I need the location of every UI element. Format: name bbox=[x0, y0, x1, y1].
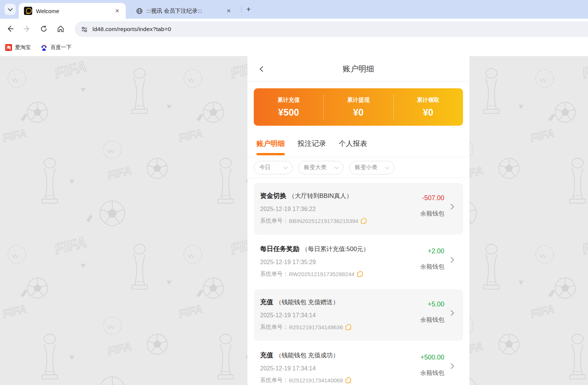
reload-button[interactable] bbox=[37, 22, 50, 35]
report-tabs: 账户明细 投注记录 个人报表 bbox=[247, 126, 469, 157]
transaction-subtitle: （钱能钱包 充值成功） bbox=[275, 351, 339, 360]
tab-title: Welcome bbox=[36, 8, 113, 14]
bookmark-label: 百度一下 bbox=[51, 44, 71, 51]
copy-icon[interactable] bbox=[361, 218, 366, 224]
home-button[interactable] bbox=[54, 22, 67, 35]
order-label: 系统单号： bbox=[260, 217, 288, 224]
transaction-row[interactable]: 充值 （钱能钱包 充值成功） 2025-12-19 17:34:14 系统单号：… bbox=[254, 342, 463, 385]
copy-icon[interactable] bbox=[345, 377, 351, 384]
transaction-type: 充值 bbox=[260, 351, 273, 360]
tab-account-detail[interactable]: 账户明细 bbox=[256, 139, 285, 149]
filter-label: 账变小类 bbox=[355, 164, 377, 171]
tab-divider bbox=[241, 6, 241, 12]
date-filter-dropdown[interactable]: 今日 bbox=[254, 161, 293, 174]
site-settings-icon[interactable] bbox=[81, 26, 88, 33]
chevron-left-icon bbox=[259, 66, 265, 72]
wallet-name: 余额钱包 bbox=[420, 316, 444, 324]
order-number: R2512191734148636 bbox=[289, 324, 343, 330]
wallet-name: 余额钱包 bbox=[420, 210, 444, 218]
transaction-type: 充值 bbox=[260, 297, 273, 306]
summary-total-deposit: 累计充值 ¥500 bbox=[254, 88, 323, 126]
bookmark-baidu[interactable]: 百度一下 bbox=[40, 44, 71, 51]
summary-label: 累计充值 bbox=[277, 97, 300, 104]
tab-bet-records[interactable]: 投注记录 bbox=[298, 139, 326, 149]
tab-personal-report[interactable]: 个人报表 bbox=[339, 139, 367, 149]
chevron-down-icon bbox=[334, 165, 338, 169]
browser-tab-welcome[interactable]: Welcome ✕ bbox=[19, 3, 126, 19]
summary-total-withdraw: 累计提现 ¥0 bbox=[323, 88, 393, 126]
new-tab-button[interactable]: + bbox=[244, 5, 253, 14]
taobao-icon: 淘 bbox=[5, 44, 12, 51]
page-viewport: FIFA FIFA FIFA 账户明细 累计充值 bbox=[0, 56, 588, 385]
back-button[interactable] bbox=[4, 22, 16, 35]
close-tab-icon[interactable]: ✕ bbox=[225, 7, 233, 15]
chevron-down-icon bbox=[283, 165, 287, 169]
browser-tab-records[interactable]: :::视讯 会员下注纪录::: ✕ bbox=[130, 3, 237, 19]
transaction-amount: +5.00 bbox=[428, 300, 444, 308]
filter-row: 今日 账变大类 账变小类 bbox=[247, 157, 469, 178]
transaction-subtitle: （大厅转到BBIN真人） bbox=[289, 192, 353, 200]
wallet-name: 余额钱包 bbox=[420, 263, 444, 271]
order-number: RW202512191735288244 bbox=[289, 271, 354, 277]
tab-title: :::视讯 会员下注纪录::: bbox=[146, 7, 225, 15]
transaction-amount: +2.00 bbox=[428, 247, 444, 255]
url-text: ld48.com/reports/index?tab=0 bbox=[92, 26, 171, 33]
transaction-row[interactable]: 每日任务奖励 （每日累计充值:500元） 2025-12-19 17:35:29… bbox=[254, 236, 463, 288]
summary-value: ¥0 bbox=[423, 107, 433, 118]
summary-total-claimed: 累计领取 ¥0 bbox=[393, 88, 463, 126]
order-label: 系统单号： bbox=[260, 271, 288, 278]
bookmark-taobao[interactable]: 淘 爱淘宝 bbox=[5, 44, 31, 51]
order-label: 系统单号： bbox=[260, 324, 288, 331]
page-header: 账户明细 bbox=[247, 56, 469, 82]
transaction-row[interactable]: 充值 （钱能钱包 充值赠送） 2025-12-19 17:34:14 系统单号：… bbox=[254, 289, 463, 341]
baidu-icon bbox=[40, 44, 48, 51]
site-favicon bbox=[24, 7, 32, 15]
summary-value: ¥500 bbox=[278, 107, 299, 118]
transaction-type: 每日任务奖励 bbox=[260, 244, 299, 253]
transaction-type: 资金切换 bbox=[260, 191, 286, 200]
summary-label: 累计领取 bbox=[417, 97, 439, 104]
bookmark-label: 爱淘宝 bbox=[15, 44, 31, 51]
transaction-list: 资金切换 （大厅转到BBIN真人） 2025-12-19 17:36:22 系统… bbox=[247, 178, 469, 385]
filter-label: 今日 bbox=[259, 164, 271, 171]
chevron-down-icon bbox=[385, 165, 389, 169]
transaction-amount: +500.00 bbox=[420, 354, 444, 361]
account-detail-panel: 账户明细 累计充值 ¥500 累计提现 ¥0 累计领取 ¥0 账户明细 投注记录… bbox=[247, 56, 469, 385]
summary-value: ¥0 bbox=[353, 107, 364, 118]
transaction-row[interactable]: 资金切换 （大厅转到BBIN真人） 2025-12-19 17:36:22 系统… bbox=[254, 183, 463, 235]
summary-card: 累计充值 ¥500 累计提现 ¥0 累计领取 ¥0 bbox=[254, 88, 463, 126]
page-title: 账户明细 bbox=[343, 64, 374, 74]
transaction-amount: -507.00 bbox=[422, 194, 444, 202]
url-bar[interactable]: ld48.com/reports/index?tab=0 bbox=[75, 21, 588, 37]
order-number: R2512191734140068 bbox=[289, 377, 343, 384]
bookmarks-bar: 淘 爱淘宝 百度一下 bbox=[0, 39, 588, 56]
forward-button[interactable] bbox=[21, 22, 33, 35]
minor-category-dropdown[interactable]: 账变小类 bbox=[349, 161, 394, 174]
order-number: BBIN202512191736215394 bbox=[289, 218, 358, 224]
transaction-subtitle: （每日累计充值:500元） bbox=[302, 245, 369, 253]
chevron-down-icon bbox=[8, 6, 13, 11]
copy-icon[interactable] bbox=[357, 271, 363, 277]
copy-icon[interactable] bbox=[345, 324, 351, 330]
browser-toolbar: ld48.com/reports/index?tab=0 bbox=[0, 19, 588, 39]
transaction-subtitle: （钱能钱包 充值赠送） bbox=[275, 298, 339, 306]
close-tab-icon[interactable]: ✕ bbox=[113, 7, 121, 15]
major-category-dropdown[interactable]: 账变大类 bbox=[298, 161, 344, 174]
summary-label: 累计提现 bbox=[347, 97, 369, 104]
globe-icon bbox=[136, 8, 143, 14]
wallet-name: 余额钱包 bbox=[420, 369, 444, 377]
order-label: 系统单号： bbox=[260, 377, 288, 384]
filter-label: 账变大类 bbox=[304, 164, 326, 171]
back-button[interactable] bbox=[256, 64, 267, 74]
tab-search-button[interactable] bbox=[4, 4, 16, 15]
browser-tab-strip: Welcome ✕ :::视讯 会员下注纪录::: ✕ + bbox=[0, 0, 588, 19]
